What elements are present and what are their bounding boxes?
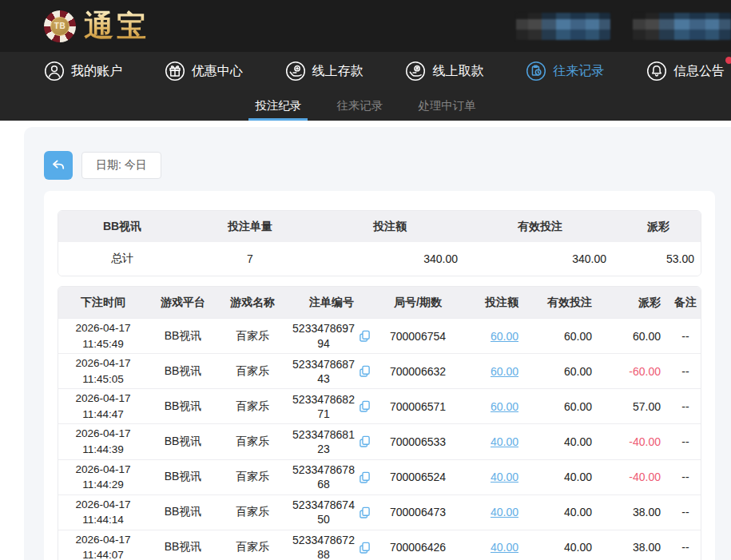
header-payout: 派彩 xyxy=(600,287,669,318)
order-no-cell: 523347867868 xyxy=(287,459,376,494)
bet-time-cell: 2026-04-1711:44:07 xyxy=(58,530,148,560)
table-row: 2026-04-1711:44:47 BB视讯 百家乐 523347868271… xyxy=(58,388,701,423)
order-number: 523347869794 xyxy=(292,321,356,350)
order-number: 523347868743 xyxy=(292,357,356,386)
table-row: 2026-04-1711:45:05 BB视讯 百家乐 523347868743… xyxy=(58,353,701,388)
bet-amount-link[interactable]: 40.00 xyxy=(491,506,518,518)
bet-amount-link[interactable]: 60.00 xyxy=(491,330,518,343)
round-no-cell: 700006632 xyxy=(376,353,459,388)
nav-item-deposit[interactable]: 线上存款 xyxy=(285,61,364,81)
payout-cell: -60.00 xyxy=(600,353,669,388)
header-valid-bet: 有效投注 xyxy=(526,287,600,318)
note-cell: -- xyxy=(669,530,701,560)
summary-total-bet: 340.00 xyxy=(314,242,466,276)
tab-pending-orders[interactable]: 处理中订单 xyxy=(416,90,478,121)
payout-cell: 57.00 xyxy=(600,388,669,423)
nav-item-my-account[interactable]: 我的账户 xyxy=(44,61,122,81)
order-number: 523347867868 xyxy=(292,463,356,491)
order-number: 523347867450 xyxy=(292,498,356,526)
copy-icon[interactable] xyxy=(358,399,371,413)
copy-icon[interactable] xyxy=(358,541,371,554)
header-game-name: 游戏名称 xyxy=(218,287,287,318)
bet-amount-link[interactable]: 60.00 xyxy=(491,400,518,413)
nav-item-transaction-records[interactable]: 往来记录 xyxy=(526,61,604,81)
tab-betting-records[interactable]: 投注纪录 xyxy=(253,90,303,121)
order-no-cell: 523347867288 xyxy=(287,530,376,560)
nav-item-withdraw[interactable]: 线上取款 xyxy=(405,61,483,81)
bet-amount-link[interactable]: 60.00 xyxy=(491,365,518,378)
nav-item-announcements[interactable]: 信息公告 xyxy=(646,61,725,81)
nav-label: 信息公告 xyxy=(673,63,725,80)
copy-icon[interactable] xyxy=(358,471,371,484)
header-platform: 游戏平台 xyxy=(148,287,218,318)
user-info-area xyxy=(516,13,731,40)
gift-icon xyxy=(165,61,185,81)
header-round-no: 局号/期数 xyxy=(376,287,459,318)
censored-user-info xyxy=(516,13,610,40)
bet-amount-cell: 40.00 xyxy=(459,423,526,459)
round-no-cell: 700006754 xyxy=(376,318,459,353)
payout-cell: 38.00 xyxy=(600,530,669,560)
note-cell: -- xyxy=(669,318,701,353)
nav-label: 优惠中心 xyxy=(192,63,243,80)
note-cell: -- xyxy=(669,423,701,459)
casino-chip-logo-icon: TB xyxy=(44,10,76,42)
bet-time-cell: 2026-04-1711:44:14 xyxy=(58,494,148,530)
order-no-cell: 523347869794 xyxy=(287,318,376,353)
nav-label: 线上取款 xyxy=(432,63,483,80)
round-no-cell: 700006571 xyxy=(376,388,459,423)
bet-amount-cell: 40.00 xyxy=(459,530,526,560)
bet-amount-cell: 60.00 xyxy=(459,353,526,388)
note-cell: -- xyxy=(669,388,701,423)
tab-transaction-records[interactable]: 往来记录 xyxy=(335,90,384,121)
order-number: 523347868123 xyxy=(292,427,356,456)
platform-cell: BB视讯 xyxy=(148,494,218,530)
nav-item-promotions[interactable]: 优惠中心 xyxy=(165,61,243,81)
bet-time-cell: 2026-04-1711:44:29 xyxy=(58,459,148,494)
table-row: 2026-04-1711:44:07 BB视讯 百家乐 523347867288… xyxy=(58,530,701,560)
game-cell: 百家乐 xyxy=(218,388,287,423)
summary-total-valid: 340.00 xyxy=(466,242,614,276)
bet-amount-link[interactable]: 40.00 xyxy=(491,541,518,554)
summary-total-row: 总计 7 340.00 340.00 53.00 xyxy=(58,242,701,276)
bet-amount-link[interactable]: 40.00 xyxy=(491,435,518,448)
summary-header-row: BB视讯 投注单量 投注额 有效投注 派彩 xyxy=(58,211,701,242)
round-no-cell: 700006426 xyxy=(376,530,459,560)
copy-icon[interactable] xyxy=(358,364,371,378)
notification-badge xyxy=(725,57,731,64)
records-header-row: 下注时间 游戏平台 游戏名称 注单编号 局号/期数 投注额 有效投注 派彩 备注 xyxy=(58,287,701,318)
valid-bet-cell: 60.00 xyxy=(526,388,600,423)
records-card: BB视讯 投注单量 投注额 有效投注 派彩 总计 7 340.00 340.00… xyxy=(44,191,715,560)
payout-cell: 60.00 xyxy=(600,318,669,353)
bet-amount-cell: 40.00 xyxy=(459,459,526,494)
bet-time-cell: 2026-04-1711:44:47 xyxy=(58,388,148,423)
platform-cell: BB视讯 xyxy=(148,423,218,459)
back-button[interactable] xyxy=(44,151,73,180)
header-order-no: 注单编号 xyxy=(287,287,376,318)
summary-header-platform: BB视讯 xyxy=(58,211,186,242)
copy-icon[interactable] xyxy=(358,435,371,448)
copy-icon[interactable] xyxy=(358,329,371,343)
order-no-cell: 523347867450 xyxy=(287,494,376,530)
brand-name: 通宝 xyxy=(84,6,149,46)
game-cell: 百家乐 xyxy=(218,353,287,388)
platform-cell: BB视讯 xyxy=(148,459,218,494)
game-cell: 百家乐 xyxy=(218,318,287,353)
bell-icon xyxy=(646,61,667,81)
summary-header-bet-count: 投注单量 xyxy=(186,211,314,242)
bet-amount-link[interactable]: 40.00 xyxy=(491,471,518,483)
date-filter-button[interactable]: 日期: 今日 xyxy=(81,152,161,179)
header-bet-amount: 投注额 xyxy=(459,287,526,318)
copy-icon[interactable] xyxy=(358,506,371,519)
summary-header-payout: 派彩 xyxy=(614,211,701,242)
payout-cell: -40.00 xyxy=(600,459,669,494)
table-row: 2026-04-1711:44:39 BB视讯 百家乐 523347868123… xyxy=(58,423,701,459)
summary-total-label: 总计 xyxy=(58,242,186,276)
payout-cell: -40.00 xyxy=(600,423,669,459)
order-no-cell: 523347868743 xyxy=(287,353,376,388)
brand-logo[interactable]: TB 通宝 xyxy=(44,6,149,46)
note-cell: -- xyxy=(669,494,701,530)
round-no-cell: 700006533 xyxy=(376,423,459,459)
bet-amount-cell: 40.00 xyxy=(459,494,526,530)
sub-nav: 投注纪录 往来记录 处理中订单 xyxy=(0,90,731,121)
